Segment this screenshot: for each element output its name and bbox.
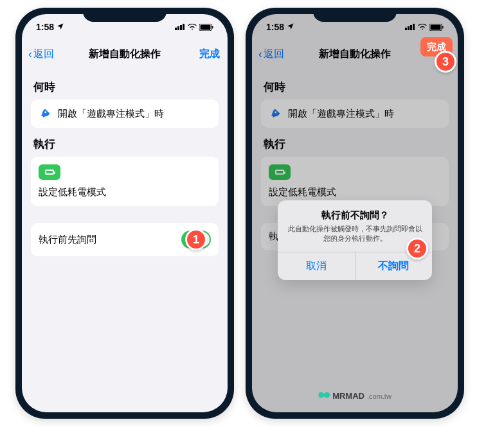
ask-label: 執行前先詢問 <box>39 234 96 246</box>
svg-rect-8 <box>408 26 410 30</box>
exec-text: 設定低耗電模式 <box>39 186 211 198</box>
notch <box>83 8 166 22</box>
svg-rect-7 <box>405 28 407 30</box>
exec-header: 執行 <box>264 137 446 152</box>
chevron-left-icon: ‹ <box>258 48 262 60</box>
status-time: 1:58 <box>36 22 54 32</box>
svg-rect-9 <box>410 25 412 30</box>
svg-rect-1 <box>177 26 179 30</box>
status-icons <box>175 24 213 31</box>
callout-2: 2 <box>406 238 428 259</box>
svg-rect-5 <box>201 24 211 30</box>
back-button[interactable]: ‹ 返回 <box>258 48 284 61</box>
rocket-icon <box>269 107 282 120</box>
when-card[interactable]: 開啟「遊戲專注模式」時 <box>261 100 449 128</box>
battery-icon <box>269 164 291 180</box>
when-header: 何時 <box>33 80 216 94</box>
back-label: 返回 <box>264 48 284 61</box>
svg-rect-0 <box>175 28 177 30</box>
done-button[interactable]: 完成 <box>199 48 220 61</box>
alert-message: 此自動化操作被觸發時，不事先詢問即會以您的身分執行動作。 <box>285 224 424 244</box>
notch <box>313 8 397 22</box>
alert-title: 執行前不詢問？ <box>285 209 424 222</box>
callout-1: 1 <box>185 229 207 250</box>
svg-rect-12 <box>431 24 441 30</box>
location-icon <box>57 22 64 32</box>
watermark-brand: MRMAD <box>332 391 364 401</box>
callout-3: 3 <box>435 51 456 73</box>
svg-rect-10 <box>413 24 415 30</box>
svg-rect-2 <box>180 25 182 30</box>
exec-text: 設定低耗電模式 <box>269 186 441 198</box>
rocket-icon <box>39 107 51 120</box>
watermark: MRMAD.com.tw <box>318 391 392 401</box>
exec-card[interactable]: 設定低耗電模式 <box>261 157 449 206</box>
screen-left: 1:58 ‹ 返回 新增自動化操作 完成 何時 <box>22 14 228 412</box>
svg-rect-3 <box>183 24 184 30</box>
page-title: 新增自動化操作 <box>319 48 391 61</box>
back-label: 返回 <box>33 48 54 61</box>
when-card[interactable]: 開啟「遊戲專注模式」時 <box>31 100 219 128</box>
location-icon <box>287 22 294 32</box>
nav-bar: ‹ 返回 新增自動化操作 完成 <box>22 40 228 68</box>
when-text: 開啟「遊戲專注模式」時 <box>58 108 164 120</box>
svg-rect-13 <box>442 26 444 28</box>
confirm-alert: 執行前不詢問？ 此自動化操作被觸發時，不事先詢問即會以您的身分執行動作。 取消 … <box>278 200 432 280</box>
phone-left: 1:58 ‹ 返回 新增自動化操作 完成 何時 <box>15 8 234 419</box>
chevron-left-icon: ‹ <box>28 48 32 60</box>
status-time: 1:58 <box>266 22 284 32</box>
phone-right: 1:58 ‹ 返回 新增自動化操作 完成 3 何時 <box>246 8 464 419</box>
exec-header: 執行 <box>33 137 216 152</box>
screen-right: 1:58 ‹ 返回 新增自動化操作 完成 3 何時 <box>252 14 458 412</box>
exec-card[interactable]: 設定低耗電模式 <box>31 157 219 206</box>
alert-cancel-button[interactable]: 取消 <box>278 252 355 280</box>
infinity-icon <box>318 391 330 401</box>
watermark-domain: .com.tw <box>367 392 392 400</box>
battery-icon <box>39 164 60 180</box>
when-header: 何時 <box>264 80 446 94</box>
svg-rect-6 <box>212 26 213 28</box>
back-button[interactable]: ‹ 返回 <box>28 48 54 61</box>
when-text: 開啟「遊戲專注模式」時 <box>288 108 394 120</box>
status-icons <box>405 24 444 31</box>
page-title: 新增自動化操作 <box>89 48 161 61</box>
